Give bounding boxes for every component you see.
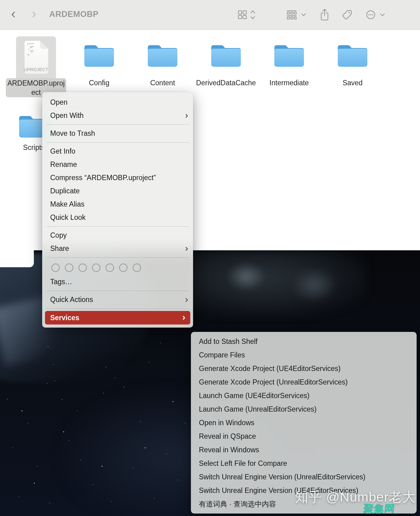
tag-color-row [42,260,193,275]
menu-item-tags[interactable]: Tags… [42,275,193,288]
chevron-down-icon [380,13,385,17]
submenu-item-add-to-stash-shelf[interactable]: Add to Stash Shelf [191,335,417,348]
menu-item-services[interactable]: Services › [45,311,190,325]
folder-label: Intermediate [258,78,320,87]
more-options-icon [365,9,376,20]
menu-item-get-info[interactable]: Get Info [42,145,193,158]
submenu-item-reveal-in-windows[interactable]: Reveal in Windows [191,443,417,457]
finder-toolbar: ‹ › ARDEMOBP [0,0,420,30]
menu-separator [46,124,189,125]
tag-color-circle[interactable] [65,264,73,272]
folder-label: DerivedDataCache [195,78,257,87]
submenu-item-compare-files[interactable]: Compare Files [191,348,417,362]
chevron-down-icon [301,13,306,17]
folder-label: Content [132,78,193,87]
menu-item-open[interactable]: Open [42,96,193,109]
forward-button[interactable]: › [32,4,36,23]
icon-view-button[interactable] [236,8,249,22]
menu-item-quick-actions[interactable]: Quick Actions › [42,293,193,306]
grid-view-icon [237,10,248,20]
folder-item-intermediate[interactable]: Intermediate [258,36,321,102]
context-menu: Open Open With › Move to Trash Get Info … [42,92,193,328]
tags-button[interactable] [340,8,354,22]
menu-separator [46,291,189,291]
file-type-badge: UPROJECT [16,67,56,72]
rock-highlight [291,267,337,303]
menu-item-rename[interactable]: Rename [42,158,193,171]
window-title: ARDEMOBP [49,10,99,19]
chevrons-up-down-icon [250,9,256,21]
back-button[interactable]: ‹ [11,4,16,23]
submenu-item-launch-game-ue4[interactable]: Launch Game (UE4EditorServices) [191,389,417,402]
watermark-logo-text: 聚集网 [363,502,396,516]
group-by-button[interactable] [285,8,298,22]
tag-color-circle[interactable] [79,264,87,272]
chevron-right-icon: › [185,112,188,118]
menu-separator [46,257,189,258]
folder-item-config[interactable]: Config [68,36,131,102]
watermark-text: 知乎 @Number老大 [295,488,416,506]
menu-item-compress[interactable]: Compress “ARDEMOBP.uproject” [42,171,193,184]
submenu-item-open-in-windows[interactable]: Open in Windows [191,416,417,429]
rock-texture [188,250,366,316]
submenu-item-switch-engine-unreal[interactable]: Switch Unreal Engine Version (UnrealEdit… [191,470,417,484]
menu-item-move-to-trash[interactable]: Move to Trash [42,127,193,140]
submenu-item-launch-game-unreal[interactable]: Launch Game (UnrealEditorServices) [191,402,417,416]
tag-color-circle[interactable] [51,264,60,272]
file-item-uproject[interactable]: UPROJECT ARDEMOBP.uproject [5,36,67,102]
services-submenu: Add to Stash Shelf Compare Files Generat… [191,332,417,514]
folder-icon [273,42,305,69]
tag-icon [341,9,353,20]
submenu-item-generate-xcode-ue4[interactable]: Generate Xcode Project (UE4EditorService… [191,362,417,375]
folder-item-saved[interactable]: Saved [321,36,384,102]
tag-color-circle[interactable] [106,264,114,272]
folder-item-deriveddatacache[interactable]: DerivedDataCache [195,36,257,102]
menu-item-copy[interactable]: Copy [42,229,193,242]
more-options-dropdown[interactable] [378,8,387,22]
chevron-right-icon: › [185,296,188,302]
folder-icon [147,42,179,69]
view-size-stepper[interactable] [248,8,257,22]
menu-item-quick-look[interactable]: Quick Look [42,211,193,224]
menu-item-make-alias[interactable]: Make Alias [42,198,193,211]
menu-separator [46,308,189,309]
tag-color-circle[interactable] [133,264,141,272]
more-options-button[interactable] [364,8,378,22]
group-by-dropdown[interactable] [299,8,308,22]
menu-separator [46,142,189,143]
menu-separator [46,226,189,227]
folder-label: Saved [322,78,383,87]
menu-item-share[interactable]: Share › [42,242,193,255]
window-bottom-corner [0,250,34,267]
tag-color-circle[interactable] [92,264,100,272]
folder-icon [210,42,242,69]
rock-highlight [226,262,266,291]
selection-highlight: UPROJECT [16,36,56,80]
folder-icon [83,42,115,69]
menu-item-open-with[interactable]: Open With › [42,109,193,122]
share-button[interactable] [318,8,331,22]
folder-label: Config [68,78,130,87]
share-icon [319,8,330,21]
screen: ‹ › ARDEMOBP [0,0,420,516]
chevron-right-icon: › [182,314,185,320]
folder-item-content[interactable]: Content [131,36,194,102]
menu-item-duplicate[interactable]: Duplicate [42,184,193,198]
folder-icon [337,42,369,69]
chevron-right-icon: › [185,245,188,251]
submenu-item-select-left-file[interactable]: Select Left File for Compare [191,457,417,470]
tag-color-circle[interactable] [119,264,127,272]
submenu-item-generate-xcode-unreal[interactable]: Generate Xcode Project (UnrealEditorServ… [191,375,417,389]
group-sort-icon [286,10,297,20]
submenu-item-reveal-in-qspace[interactable]: Reveal in QSpace [191,429,417,443]
